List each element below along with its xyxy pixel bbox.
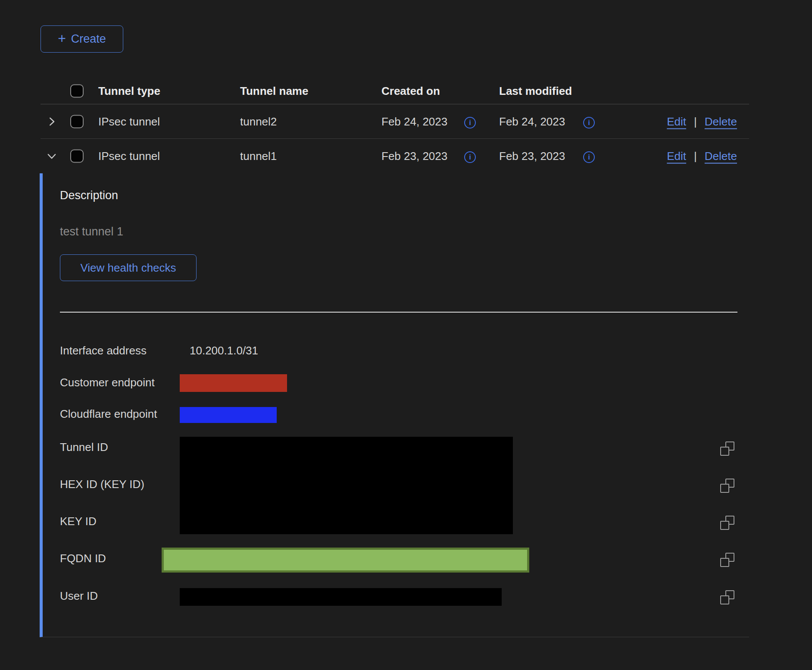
chevron-right-icon xyxy=(45,115,58,128)
last-modified-cell: Feb 23, 2023 xyxy=(499,150,565,163)
key-id-label: KEY ID xyxy=(60,515,97,528)
customer-endpoint-redacted-value xyxy=(180,374,287,392)
info-icon[interactable]: i xyxy=(464,151,476,163)
created-on-cell: Feb 24, 2023 xyxy=(381,115,447,128)
user-id-label: User ID xyxy=(60,589,98,603)
action-separator: | xyxy=(694,150,697,163)
create-button-label: Create xyxy=(71,32,106,46)
tunnel-id-label: Tunnel ID xyxy=(60,441,108,454)
action-separator: | xyxy=(694,115,697,128)
create-button[interactable]: + Create xyxy=(41,25,123,53)
description-text: test tunnel 1 xyxy=(60,225,123,238)
tunnel-name-cell: tunnel1 xyxy=(240,150,277,163)
customer-endpoint-label: Customer endpoint xyxy=(60,376,155,389)
interface-address-value: 10.200.1.0/31 xyxy=(190,344,258,357)
table-row: IPsec tunnel tunnel2 Feb 24, 2023 i Feb … xyxy=(41,104,749,139)
collapse-row-button[interactable] xyxy=(43,147,60,165)
tunnel-name-cell: tunnel2 xyxy=(240,115,277,128)
cloudflare-endpoint-redacted-value xyxy=(180,407,277,423)
description-heading: Description xyxy=(60,189,118,202)
fqdn-id-redacted-value xyxy=(162,548,529,573)
section-divider xyxy=(60,312,737,313)
hex-id-label: HEX ID (KEY ID) xyxy=(60,478,144,491)
tunnel-type-cell: IPsec tunnel xyxy=(98,150,160,163)
row-checkbox[interactable] xyxy=(70,150,84,163)
table-header-row: Tunnel type Tunnel name Created on Last … xyxy=(41,78,749,104)
table-row: IPsec tunnel tunnel1 Feb 23, 2023 i Feb … xyxy=(41,139,749,173)
copy-tunnel-id-button[interactable] xyxy=(720,441,734,456)
fqdn-id-label: FQDN ID xyxy=(60,552,106,565)
copy-key-id-button[interactable] xyxy=(720,516,734,530)
view-health-checks-button[interactable]: View health checks xyxy=(60,254,197,281)
ids-redacted-value xyxy=(180,437,513,534)
tunnel-detail-panel: Description test tunnel 1 View health ch… xyxy=(40,173,749,637)
interface-address-label: Interface address xyxy=(60,344,147,357)
tunnels-page: + Create Tunnel type Tunnel name Created… xyxy=(0,0,812,670)
cloudflare-endpoint-label: Cloudflare endpoint xyxy=(60,407,157,421)
created-on-cell: Feb 23, 2023 xyxy=(381,150,447,163)
row-checkbox[interactable] xyxy=(70,115,84,128)
info-icon[interactable]: i xyxy=(583,151,595,163)
header-last-modified: Last modified xyxy=(499,85,572,98)
header-created-on: Created on xyxy=(381,85,440,98)
copy-user-id-button[interactable] xyxy=(720,590,734,604)
select-all-checkbox[interactable] xyxy=(70,85,84,98)
edit-link[interactable]: Edit xyxy=(667,115,686,128)
header-tunnel-name: Tunnel name xyxy=(240,85,308,98)
tunnel-type-cell: IPsec tunnel xyxy=(98,115,160,128)
chevron-down-icon xyxy=(45,150,58,163)
copy-fqdn-id-button[interactable] xyxy=(720,553,734,567)
info-icon[interactable]: i xyxy=(583,117,595,128)
user-id-redacted-value xyxy=(180,588,502,606)
last-modified-cell: Feb 24, 2023 xyxy=(499,115,565,128)
edit-link[interactable]: Edit xyxy=(667,150,686,163)
copy-hex-id-button[interactable] xyxy=(720,479,734,493)
header-tunnel-type: Tunnel type xyxy=(98,85,160,98)
delete-link[interactable]: Delete xyxy=(705,150,737,163)
plus-icon: + xyxy=(58,31,66,45)
delete-link[interactable]: Delete xyxy=(705,115,737,128)
expand-row-button[interactable] xyxy=(43,113,60,130)
info-icon[interactable]: i xyxy=(464,117,476,128)
